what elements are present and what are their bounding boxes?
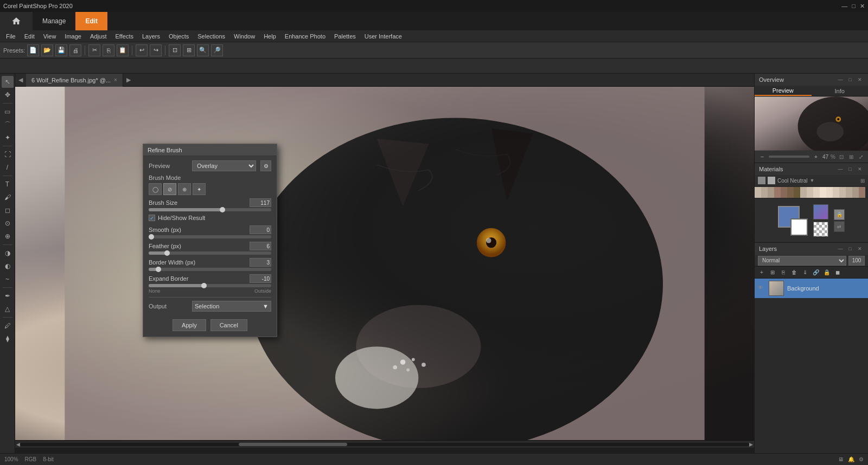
border-width-input[interactable] [250,258,271,267]
tool-eraser[interactable]: ◻ [2,204,14,216]
border-width-thumb[interactable] [156,267,161,272]
toolbar-zoom-out[interactable]: 🔎 [211,44,223,56]
swatch-1[interactable] [755,187,761,198]
swatch-2[interactable] [761,187,768,198]
cancel-button[interactable]: Cancel [210,319,247,331]
swatch-14[interactable] [839,187,846,198]
overview-close[interactable]: ✕ [856,76,864,83]
swatch-13[interactable] [833,187,839,198]
toolbar-paste[interactable]: 📋 [117,44,129,56]
layers-min[interactable]: — [837,245,844,253]
menu-window[interactable]: Window [230,32,259,41]
tool-select[interactable]: ↖ [2,76,14,88]
zoom-plus[interactable]: + [812,152,820,161]
toolbar-save[interactable]: 💾 [55,44,67,56]
swatch-7[interactable] [794,187,800,198]
menu-image[interactable]: Image [61,32,85,41]
tool-heal[interactable]: ⊕ [2,230,14,242]
swatch-4[interactable] [774,187,781,198]
tool-smear[interactable]: ~ [2,273,14,285]
hide-show-checkbox[interactable]: ✓ [149,215,155,221]
window-controls[interactable]: — □ ✕ [841,3,865,10]
zoom-track[interactable] [769,156,809,158]
tool-clone[interactable]: ⊙ [2,217,14,229]
toolbar-undo[interactable]: ↩ [136,44,148,56]
materials-min[interactable]: — [837,165,844,173]
menu-edit[interactable]: Edit [21,32,39,41]
menu-file[interactable]: File [2,32,20,41]
feather-track[interactable] [149,251,271,255]
feather-thumb[interactable] [164,250,170,256]
zoom-100-icon[interactable]: ⤢ [857,153,865,160]
layers-close[interactable]: ✕ [856,245,864,253]
layer-lock-btn[interactable]: 🔒 [822,268,832,277]
tab-close[interactable]: × [114,77,117,83]
active-tab[interactable]: 6 Wolf_Refine Brush.jpg* @... × [26,74,123,87]
tool-fill[interactable]: ⧫ [2,333,14,345]
tool-straighten[interactable]: / [2,162,14,173]
layer-link-btn[interactable]: 🔗 [811,268,821,277]
menu-enhance-photo[interactable]: Enhance Photo [281,32,329,41]
preview-mode-select[interactable]: Overlay [192,160,256,171]
tool-shape[interactable]: △ [2,303,14,315]
dialog-title-bar[interactable]: Refine Brush [143,144,277,156]
palette-arrow[interactable]: ▼ [810,178,815,183]
toolbar-zoom-fit[interactable]: ⊡ [169,44,181,56]
layer-new-btn[interactable]: + [757,268,767,277]
edit-button[interactable]: Edit [75,12,107,30]
toolbar-open[interactable]: 📂 [41,44,53,56]
menu-help[interactable]: Help [260,32,280,41]
mat-pattern[interactable] [813,222,828,237]
apply-button[interactable]: Apply [173,319,206,331]
brush-mode-btn-4[interactable]: ✦ [193,183,206,195]
layer-background[interactable]: 👁 Background [755,279,868,298]
brush-mode-btn-1[interactable]: ◯ [149,183,162,195]
tab-nav-left[interactable]: ◀ [15,74,26,87]
zoom-fit-icon[interactable]: ⊡ [838,153,845,160]
swatch-16[interactable] [852,187,859,198]
swatch-6[interactable] [787,187,794,198]
menu-layers[interactable]: Layers [138,32,164,41]
tool-dodge[interactable]: ◑ [2,247,14,259]
brush-mode-btn-2[interactable]: ⊘ [163,183,176,195]
tab-preview[interactable]: Preview [755,86,812,96]
tool-lasso[interactable]: ⌒ [2,119,14,131]
home-button[interactable] [0,12,33,30]
layer-new-group-btn[interactable]: ⊞ [768,268,777,277]
feather-input[interactable] [250,242,271,250]
materials-close[interactable]: ✕ [856,165,864,173]
menu-adjust[interactable]: Adjust [86,32,111,41]
brush-mode-btn-3[interactable]: ⊕ [178,183,191,195]
expand-border-track[interactable] [149,284,271,287]
manage-button[interactable]: Manage [33,12,75,30]
materials-btn-1[interactable] [758,177,765,184]
tool-magic-wand[interactable]: ✦ [2,132,14,144]
materials-btn-2[interactable] [768,177,775,184]
tool-selection-rect[interactable]: ▭ [2,106,14,118]
hscroll-thumb[interactable] [239,443,347,446]
swatch-10[interactable] [813,187,820,198]
smooth-track[interactable] [149,235,271,238]
mat-swap[interactable]: ⇄ [834,221,845,232]
layer-mask-btn[interactable]: ◼ [833,268,843,277]
tool-crop[interactable]: ⛶ [2,148,14,160]
expand-border-input[interactable] [250,274,271,283]
layers-max[interactable]: □ [846,245,854,253]
zoom-minus[interactable]: − [758,152,767,161]
swatch-12[interactable] [826,187,833,198]
canvas-hscroll[interactable]: ◀ ▶ [15,440,754,448]
smooth-thumb[interactable] [149,234,154,240]
toolbar-zoom-in[interactable]: 🔍 [197,44,209,56]
tab-nav-right[interactable]: ▶ [123,74,134,87]
background-color[interactable] [790,218,808,236]
layer-visibility-icon[interactable]: 👁 [758,285,765,292]
swatch-15[interactable] [846,187,852,198]
preview-settings-btn[interactable]: ⚙ [260,160,271,171]
menu-selections[interactable]: Selections [194,32,229,41]
toolbar-copy[interactable]: ⎘ [103,44,114,56]
scroll-left-btn[interactable]: ◀ [16,442,20,447]
hscroll-track[interactable] [20,443,749,446]
expand-border-thumb[interactable] [201,283,207,288]
overview-max[interactable]: □ [846,76,854,83]
layer-merge-btn[interactable]: ⇓ [800,268,810,277]
